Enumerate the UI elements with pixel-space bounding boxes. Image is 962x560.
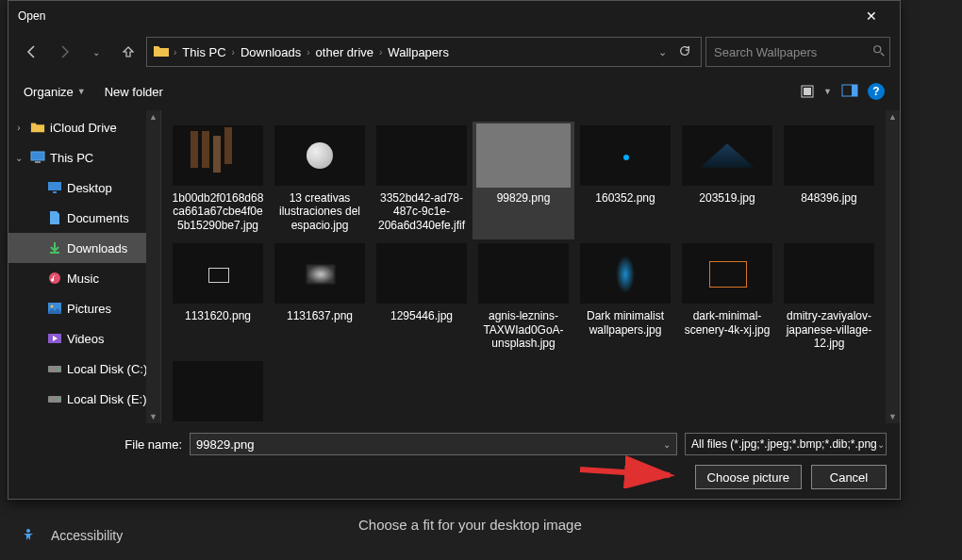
file-item[interactable]: 848396.jpg <box>778 122 880 239</box>
sidebar-accessibility-label: Accessibility <box>51 528 123 543</box>
file-item[interactable]: 1131637.png <box>269 239 371 357</box>
refresh-button[interactable] <box>674 44 695 60</box>
dialog-body: ›iCloud Drive⌄This PCDesktopDocumentsDow… <box>8 110 900 423</box>
path-dropdown[interactable]: ⌄ <box>655 46 671 58</box>
tree-item-videos[interactable]: Videos <box>8 323 160 354</box>
file-item[interactable]: dark-minimal-scenery-4k-xj.jpg <box>676 239 778 357</box>
file-item[interactable]: 3352bd42-ad78-487c-9c1e-206a6d340efe.jfi… <box>371 122 473 239</box>
forward-button[interactable] <box>50 38 78 66</box>
chevron-down-icon[interactable]: ⌄ <box>663 439 671 450</box>
scroll-up-icon[interactable]: ▲ <box>146 110 160 124</box>
recent-dropdown[interactable]: ⌄ <box>82 38 110 66</box>
tree-item-label: iCloud Drive <box>50 121 117 135</box>
chevron-down-icon[interactable]: ⌄ <box>877 439 885 450</box>
file-name: 1131620.png <box>185 309 251 322</box>
file-thumbnail <box>173 361 263 421</box>
filetype-filter[interactable]: All files (*.jpg;*.jpeg;*.bmp;*.dib;*.pn… <box>685 433 887 455</box>
close-button[interactable]: ✕ <box>853 8 890 24</box>
downloads-icon <box>46 241 63 255</box>
tree-item-downloads[interactable]: Downloads <box>8 233 160 263</box>
file-thumbnail <box>274 125 365 186</box>
file-name: 160352.png <box>595 191 655 205</box>
file-item[interactable]: 160352.png <box>574 122 676 239</box>
nav-row: ⌄ › This PC › Downloads › other drive › … <box>8 31 900 73</box>
new-folder-button[interactable]: New folder <box>105 85 163 99</box>
organize-menu[interactable]: Organize ▼ <box>24 85 86 99</box>
view-mode-button[interactable]: ▼ <box>801 85 832 98</box>
fit-caption: Choose a fit for your desktop image <box>358 517 582 533</box>
folder-icon <box>29 121 46 134</box>
dialog-title: Open <box>18 9 853 23</box>
file-thumbnail <box>682 243 772 304</box>
files-scrollbar[interactable]: ▲ ▼ <box>886 110 900 423</box>
chevron-icon: › <box>232 47 235 58</box>
file-item[interactable]: dmitry-zaviyalov-japanese-village-12.jpg <box>778 239 880 357</box>
help-button[interactable]: ? <box>868 83 885 100</box>
svg-rect-7 <box>35 161 41 163</box>
chevron-icon: › <box>307 47 309 58</box>
breadcrumb-item[interactable]: Wallpapers <box>386 45 451 59</box>
file-name: 1131637.png <box>287 309 353 322</box>
tree-item-label: Local Disk (E:) <box>67 392 147 406</box>
breadcrumb-item[interactable]: Downloads <box>239 45 303 59</box>
file-item[interactable]: Dark minimalist wallpapers.jpg <box>574 239 676 357</box>
sidebar-accessibility[interactable]: Accessibility <box>0 519 264 552</box>
breadcrumb-item[interactable]: This PC <box>180 45 227 59</box>
tree-item-documents[interactable]: Documents <box>8 203 160 233</box>
tree-item-pictures[interactable]: Pictures <box>8 293 160 323</box>
tree-item-local-disk-c-[interactable]: Local Disk (C:) <box>8 354 160 384</box>
file-item[interactable]: 1131620.png <box>167 239 269 357</box>
tree-item-music[interactable]: Music <box>8 263 160 293</box>
file-item[interactable]: 203519.jpg <box>676 122 778 239</box>
dialog-footer: File name: 99829.png ⌄ All files (*.jpg;… <box>8 423 900 499</box>
tree-item-label: Local Disk (C:) <box>67 362 147 376</box>
file-item[interactable]: 1295446.jpg <box>371 239 473 357</box>
scroll-down-icon[interactable]: ▼ <box>146 410 160 423</box>
cancel-button[interactable]: Cancel <box>811 465 887 489</box>
expander-icon[interactable]: › <box>12 123 25 133</box>
svg-rect-8 <box>48 182 61 190</box>
search-input[interactable] <box>714 45 872 59</box>
tree-item-desktop[interactable]: Desktop <box>8 173 160 203</box>
documents-icon <box>46 210 63 225</box>
preview-pane-button[interactable] <box>841 84 858 100</box>
tree-item-this-pc[interactable]: ⌄This PC <box>8 142 160 173</box>
scroll-up-icon[interactable]: ▲ <box>886 110 900 124</box>
svg-point-12 <box>51 305 54 308</box>
filter-text: All files (*.jpg;*.jpeg;*.bmp;*.dib;*.pn… <box>691 437 877 451</box>
breadcrumb-item[interactable]: other drive <box>314 45 375 59</box>
file-item[interactable]: 13 creativas ilustraciones del espacio.j… <box>269 122 371 239</box>
filename-label: File name: <box>22 437 182 452</box>
expander-icon[interactable]: ⌄ <box>12 153 25 163</box>
tree-item-local-disk-e-[interactable]: Local Disk (E:) <box>8 384 160 414</box>
search-box[interactable] <box>705 37 890 67</box>
search-icon <box>872 44 886 60</box>
file-item[interactable]: agnis-leznins-TAXWIad0GoA-unsplash.jpg <box>473 239 574 357</box>
file-item[interactable] <box>167 357 269 423</box>
up-button[interactable] <box>114 38 142 66</box>
sidebar-privacy[interactable]: Privacy & security <box>0 552 264 560</box>
pc-icon <box>29 151 46 164</box>
tree-item-label: Downloads <box>67 241 127 255</box>
filename-input[interactable]: 99829.png ⌄ <box>190 433 677 455</box>
file-thumbnail <box>682 125 772 186</box>
file-name: 848396.jpg <box>801 191 856 205</box>
back-button[interactable] <box>18 38 46 66</box>
choose-picture-button[interactable]: Choose picture <box>695 465 802 489</box>
svg-point-0 <box>26 529 30 533</box>
desktop-icon <box>46 181 63 194</box>
file-thumbnail <box>784 243 874 304</box>
svg-point-15 <box>58 369 59 371</box>
file-name: dark-minimal-scenery-4k-xj.jpg <box>680 309 774 337</box>
tree-item-label: This PC <box>50 151 93 165</box>
thumbnails-icon <box>801 85 818 98</box>
tree-scrollbar[interactable]: ▲ ▼ <box>146 110 160 423</box>
address-bar[interactable]: › This PC › Downloads › other drive › Wa… <box>146 37 702 67</box>
disk-icon <box>46 393 63 404</box>
scroll-down-icon[interactable]: ▼ <box>886 410 900 423</box>
tree-item-icloud-drive[interactable]: ›iCloud Drive <box>8 112 160 142</box>
file-item[interactable]: 1b00db2f0168d68ca661a67cbe4f0e5b15290be7… <box>167 122 269 239</box>
file-item[interactable]: 99829.png <box>473 122 574 239</box>
file-thumbnail <box>274 243 365 304</box>
svg-rect-9 <box>53 191 57 193</box>
